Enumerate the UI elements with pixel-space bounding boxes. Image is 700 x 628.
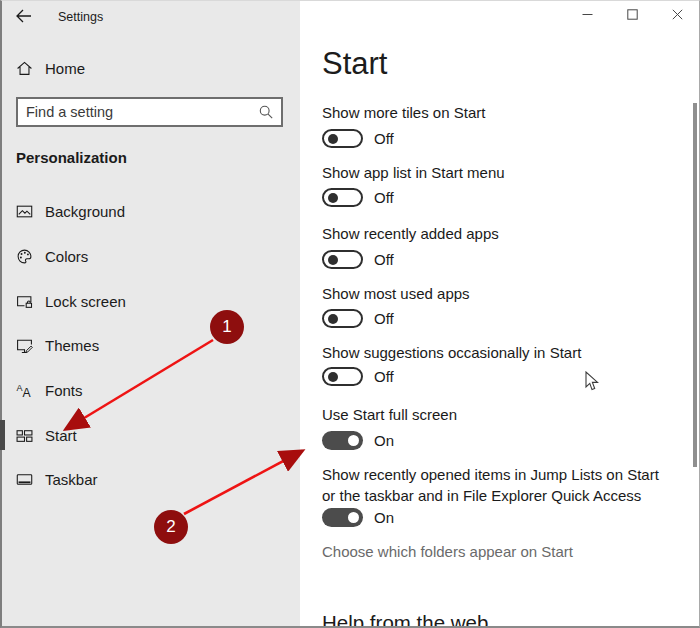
close-button[interactable]	[655, 0, 700, 30]
fonts-icon: AA	[16, 382, 33, 399]
toggle-state: On	[374, 508, 394, 527]
sidebar-item-home[interactable]: Home	[16, 57, 85, 79]
search-input[interactable]	[18, 104, 258, 120]
sidebar-section-title: Personalization	[16, 149, 127, 166]
taskbar-icon	[16, 471, 33, 488]
lock-screen-icon	[16, 293, 33, 310]
scrollbar-thumb[interactable]	[693, 103, 697, 467]
toggle-knob	[328, 314, 338, 324]
toggle-knob	[328, 193, 338, 203]
toggle-label: Show app list in Start menu	[322, 162, 674, 183]
toggle-show-app-list[interactable]	[322, 188, 363, 207]
toggle-show-more-tiles[interactable]	[322, 129, 363, 148]
back-arrow-icon	[14, 14, 34, 29]
toggle-knob	[328, 372, 338, 382]
toggle-recently-added[interactable]	[322, 250, 363, 269]
themes-icon	[16, 337, 33, 354]
selected-nav-indicator	[0, 420, 5, 450]
annotation-callout-2: 2	[154, 510, 188, 544]
toggle-label: Show suggestions occasionally in Start	[322, 342, 674, 363]
toggle-most-used[interactable]	[322, 309, 363, 328]
window-controls	[565, 0, 700, 30]
annotation-callout-1: 1	[210, 310, 244, 344]
toggle-state: On	[374, 431, 394, 450]
settings-sidebar: Settings Home Personalization Background…	[0, 0, 300, 628]
window-title: Settings	[58, 10, 103, 24]
toggle-state: Off	[374, 367, 394, 386]
search-icon[interactable]	[258, 104, 274, 120]
help-from-web-heading: Help from the web	[322, 611, 488, 628]
sidebar-item-taskbar[interactable]: Taskbar	[0, 466, 300, 492]
home-label: Home	[45, 60, 85, 77]
toggle-label: Show recently added apps	[322, 223, 674, 244]
toggle-knob	[348, 435, 359, 446]
toggle-state: Off	[374, 250, 394, 269]
back-button[interactable]	[13, 6, 35, 28]
toggle-knob	[328, 255, 338, 265]
toggle-label: Show most used apps	[322, 283, 674, 304]
toggle-knob	[348, 512, 359, 523]
maximize-button[interactable]	[610, 0, 655, 30]
svg-text:A: A	[23, 386, 32, 399]
image-icon	[16, 203, 33, 220]
search-box	[16, 97, 283, 127]
choose-folders-link[interactable]: Choose which folders appear on Start	[322, 543, 573, 560]
home-icon	[16, 60, 33, 77]
sidebar-item-background[interactable]: Background	[0, 198, 300, 224]
sidebar-item-lock-screen[interactable]: Lock screen	[0, 288, 300, 314]
maximize-icon	[627, 8, 638, 23]
toggle-label: Show more tiles on Start	[322, 102, 674, 123]
toggle-label: Use Start full screen	[322, 404, 674, 425]
sidebar-item-colors[interactable]: Colors	[0, 243, 300, 269]
toggle-state: Off	[374, 188, 394, 207]
toggle-label: Show recently opened items in Jump Lists…	[322, 464, 674, 506]
toggle-state: Off	[374, 129, 394, 148]
toggle-state: Off	[374, 309, 394, 328]
sidebar-item-start[interactable]: Start	[0, 422, 300, 448]
toggle-suggestions[interactable]	[322, 367, 363, 386]
toggle-full-screen[interactable]	[322, 431, 363, 450]
start-tiles-icon	[16, 427, 33, 444]
sidebar-item-fonts[interactable]: AA Fonts	[0, 377, 300, 403]
palette-icon	[16, 248, 33, 265]
close-icon	[672, 8, 683, 23]
toggle-jump-lists[interactable]	[322, 508, 363, 527]
minimize-icon	[582, 8, 593, 23]
sidebar-item-themes[interactable]: Themes	[0, 332, 300, 358]
minimize-button[interactable]	[565, 0, 610, 30]
start-settings-pane: Start Show more tiles on Start Off Show …	[300, 0, 700, 628]
page-title: Start	[322, 46, 387, 82]
toggle-knob	[328, 134, 338, 144]
